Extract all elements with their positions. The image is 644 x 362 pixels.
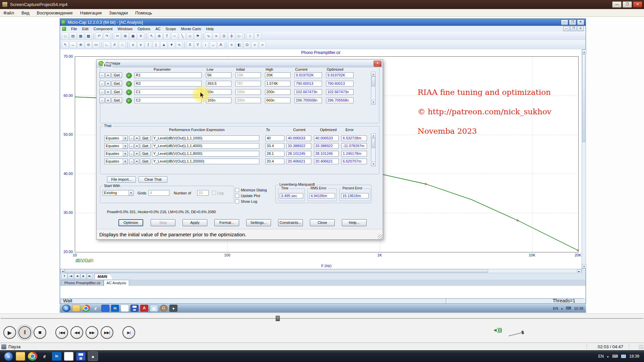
app-blue-icon[interactable] [101, 305, 109, 312]
scope-properties-icon[interactable]: ≡ [228, 41, 235, 48]
start-with-select[interactable]: Existing▼ [103, 190, 133, 196]
linkedin-icon[interactable]: in [111, 305, 119, 312]
operator-select[interactable]: Equates▼ [104, 143, 128, 149]
increment-button[interactable]: + [135, 151, 139, 157]
paste-icon[interactable]: ▣ [129, 33, 137, 40]
operator-select[interactable]: Equates▼ [104, 135, 128, 141]
mc-menu-file[interactable]: File [71, 27, 77, 31]
chrome-icon[interactable] [28, 352, 37, 361]
pan-icon[interactable]: ↔ [69, 41, 76, 48]
operator-select[interactable]: Equates▼ [104, 151, 128, 157]
low-field[interactable]: 5K [206, 72, 231, 78]
axes-icon[interactable]: ∟ [103, 41, 110, 48]
get-button[interactable]: Get [111, 72, 122, 78]
zoom-fit-icon[interactable]: ⊡ [244, 41, 251, 48]
settings-button[interactable]: Settings... [246, 219, 271, 226]
to-field[interactable]: 33.4 [265, 143, 284, 149]
tab-list-icon[interactable]: ▼ [61, 274, 67, 279]
menu-help[interactable]: Помощь [135, 10, 152, 15]
mc-menu-component[interactable]: Component [94, 27, 113, 31]
start-icon[interactable]: ⊞ [62, 305, 70, 312]
last-tab-icon[interactable]: ▶| [87, 274, 93, 279]
stop-button[interactable]: ■ [34, 326, 46, 339]
inflection-icon[interactable]: ∿ [176, 41, 183, 48]
scroll-thumb[interactable] [372, 138, 375, 148]
mdi-minimize-button[interactable]: — [563, 26, 570, 31]
log-checkbox[interactable] [212, 191, 216, 195]
high-field[interactable]: 1.574K [265, 81, 290, 86]
to-field[interactable]: 28.1 [265, 151, 284, 157]
linkedin-icon[interactable]: in [52, 352, 61, 361]
data-points-icon[interactable]: ∴ [119, 41, 126, 48]
get-button[interactable]: Get [111, 81, 122, 86]
chevron-down-icon[interactable]: ▼ [128, 190, 133, 195]
get-button[interactable]: Get [140, 143, 151, 149]
clock[interactable]: 10:38 [574, 306, 583, 310]
parameter-field[interactable]: C2 [135, 98, 202, 103]
start-icon[interactable]: ⊞ [4, 352, 13, 361]
clear-that-button[interactable]: Clear That [139, 176, 167, 183]
file-import-button[interactable]: File Import... [107, 176, 136, 183]
expression-field[interactable]: Y_Level(dB(V(Out)),1,1,4000) [152, 143, 259, 149]
global-high-icon[interactable]: ▲ [160, 41, 167, 48]
menu-playback[interactable]: Воспроизведение [37, 10, 73, 15]
cursor-right-icon[interactable]: » [259, 41, 266, 48]
plot-vertical-scrollbar[interactable]: ▲ ▼ [582, 49, 586, 269]
decrement-button[interactable]: - [99, 72, 105, 78]
to-field[interactable]: 40 [265, 135, 284, 141]
help-mode-icon[interactable]: ? [254, 33, 261, 40]
initial-field[interactable]: 10K [235, 72, 261, 78]
resistor-icon[interactable]: Ω [220, 33, 227, 40]
scroll-up-icon[interactable]: ▲ [371, 134, 375, 138]
text-mode-icon[interactable]: T [163, 33, 170, 40]
high-field[interactable]: 200n [265, 89, 290, 95]
format-button[interactable]: Format... [214, 219, 239, 226]
minimize-button[interactable]: — [612, 1, 622, 8]
chevron-down-icon[interactable]: ▼ [123, 136, 127, 141]
increment-button[interactable]: + [135, 135, 139, 141]
low-icon[interactable]: ⌊ [153, 41, 160, 48]
decrement-button[interactable]: - [99, 98, 105, 103]
get-button[interactable]: Get [140, 135, 151, 141]
decrement-button[interactable]: - [99, 81, 105, 86]
tag-horizontal-icon[interactable]: ↔ [210, 41, 217, 48]
frame-step-button[interactable]: ▶| [122, 326, 135, 339]
mc-menu-windows[interactable]: Windows [118, 27, 133, 31]
recorder-icon[interactable]: ● [88, 352, 98, 361]
mc-menu-ac[interactable]: AC [155, 27, 160, 31]
initial-field[interactable]: 100n [235, 89, 261, 95]
gimp-icon[interactable]: G [160, 305, 168, 312]
increment-button[interactable]: + [105, 81, 111, 86]
scroll-up-icon[interactable]: ▲ [371, 72, 375, 76]
component-mode-icon[interactable]: ⊕ [156, 33, 163, 40]
high-field[interactable]: 660n [265, 98, 290, 103]
print-icon[interactable]: ▩ [85, 33, 92, 40]
minimize-dialog-checkbox[interactable] [235, 188, 239, 192]
show-hidden-icons-icon[interactable]: ▴ [607, 355, 609, 358]
grid-icon[interactable]: # [111, 41, 118, 48]
language-indicator[interactable]: EN [553, 306, 558, 310]
arrow-cursor-icon[interactable]: ↖ [62, 41, 69, 48]
chrome-icon[interactable] [82, 305, 90, 312]
mc-menu-help[interactable]: Help [206, 27, 214, 31]
keyboard-icon[interactable]: ⌨ [612, 354, 618, 359]
resize-grip[interactable] [378, 234, 382, 239]
next-tab-icon[interactable]: ▶ [80, 274, 87, 279]
initial-field[interactable]: 330n [235, 98, 261, 103]
pause-button[interactable]: ‖ [18, 326, 31, 339]
folder-icon[interactable] [72, 305, 80, 312]
parameter-field[interactable]: R3 [135, 81, 202, 86]
speaker-icon[interactable]: ◄))) [492, 327, 502, 333]
save-icon[interactable] [76, 352, 86, 361]
operator-select[interactable]: Equates▼ [104, 159, 128, 164]
internet-explorer-icon[interactable]: e [40, 352, 49, 361]
scroll-up-icon[interactable]: ▲ [582, 50, 586, 54]
show-hidden-icons-icon[interactable]: ▴ [561, 307, 563, 310]
save-file-icon[interactable]: ▦ [77, 33, 84, 40]
get-button[interactable]: Get [140, 151, 151, 157]
scroll-thumb[interactable] [65, 269, 488, 273]
get-button[interactable]: Get [111, 89, 122, 95]
scroll-down-icon[interactable]: ▼ [371, 162, 375, 166]
parameter-field[interactable]: R1 [135, 72, 202, 78]
constraints-button[interactable]: Constraints... [278, 219, 303, 226]
